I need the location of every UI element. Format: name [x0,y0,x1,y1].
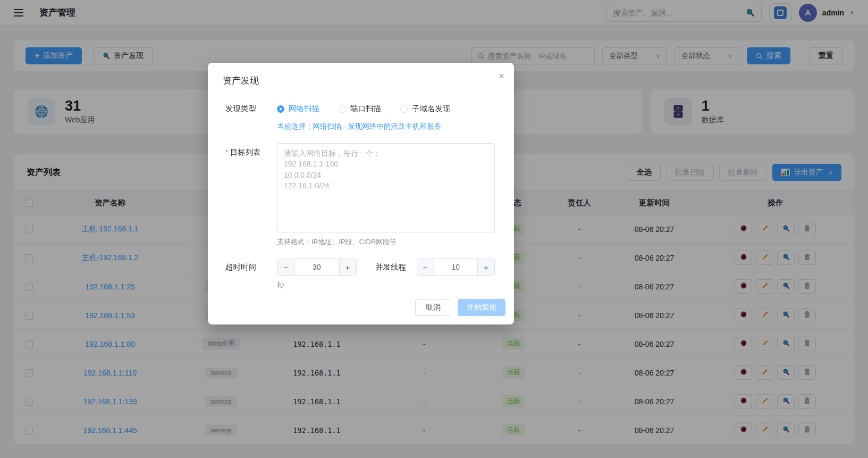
threads-stepper: − + [417,259,495,276]
threads-label: 并发线程 [365,262,417,272]
required-mark: * [225,148,229,156]
modal-title: 资产发现 [208,63,514,87]
radio-icon [400,105,408,113]
close-icon[interactable]: × [499,71,504,81]
format-hint: 支持格式：IP地址、IP段、CIDR网段等 [277,237,495,247]
decrease-button[interactable]: − [417,259,434,275]
increase-button[interactable]: + [477,259,494,275]
target-list-textarea[interactable] [277,143,495,232]
radio-icon [339,105,346,113]
decrease-button[interactable]: − [277,259,294,275]
target-list-label: *目标列表 [225,147,272,157]
radio-subdomain-discovery[interactable]: 子域名发现 [400,104,451,114]
discovery-type-group: 网络扫描 端口扫描 子域名发现 [277,104,451,114]
timeout-unit: 秒 [277,280,495,290]
start-discovery-button[interactable]: 开始发现 [458,299,505,316]
increase-button[interactable]: + [339,259,356,275]
timeout-label: 超时时间 [225,262,272,272]
radio-network-scan[interactable]: 网络扫描 [277,104,319,114]
timeout-stepper: − + [277,259,357,276]
asset-discovery-modal: 资产发现 × 发现类型 网络扫描 端口扫描 子域名发现 当前选择：网络扫描 - … [208,63,514,324]
discovery-type-label: 发现类型 [225,104,272,114]
threads-input[interactable] [434,259,478,275]
current-selection-hint: 当前选择：网络扫描 - 发现网络中的活跃主机和服务 [277,122,495,131]
cancel-button[interactable]: 取消 [415,299,451,316]
timeout-input[interactable] [294,259,339,275]
radio-icon [277,105,284,113]
radio-port-scan[interactable]: 端口扫描 [339,104,381,114]
